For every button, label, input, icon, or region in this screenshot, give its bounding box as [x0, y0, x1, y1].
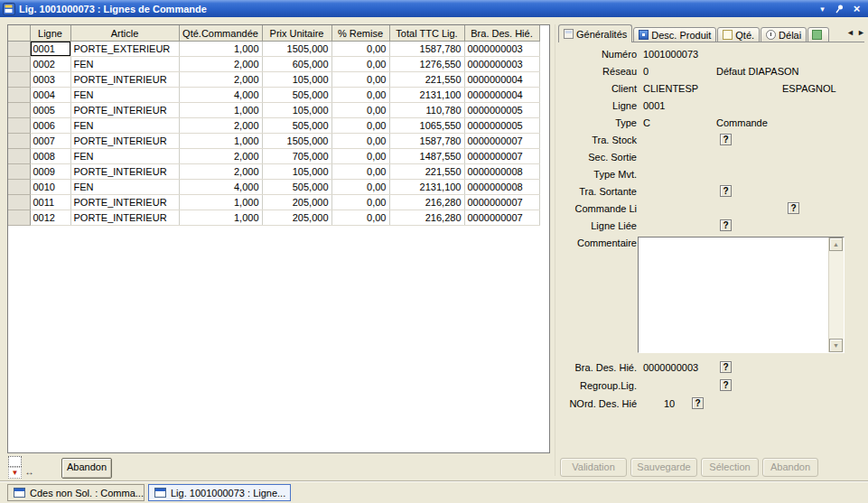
table-cell[interactable]: 0000000008 [464, 180, 539, 195]
validation-button[interactable]: Validation [560, 458, 627, 477]
row-selector[interactable] [8, 164, 30, 180]
table-cell[interactable]: PORTE_INTERIEUR [70, 134, 179, 149]
sauvegarde-button[interactable]: Sauvegarde [630, 458, 697, 477]
table-cell[interactable]: 1,000 [179, 42, 262, 57]
commande-li-help-button[interactable]: ? [788, 202, 799, 214]
row-selector[interactable] [8, 72, 30, 88]
selection-button[interactable]: Sélection [701, 458, 759, 477]
table-cell[interactable]: 2,000 [179, 118, 262, 134]
bra-des-hie-help-button[interactable]: ? [720, 361, 732, 373]
table-cell[interactable]: 0000000005 [464, 103, 539, 118]
table-cell[interactable]: 1276,550 [389, 57, 464, 72]
table-cell[interactable]: 505,000 [262, 88, 331, 103]
table-cell[interactable]: PORTE_INTERIEUR [70, 164, 179, 180]
table-cell[interactable]: 4,000 [179, 180, 262, 195]
table-cell[interactable]: 1587,780 [389, 42, 464, 57]
table-cell[interactable]: 221,550 [389, 164, 464, 180]
table-cell[interactable]: 205,000 [262, 210, 331, 226]
table-row[interactable]: 0012PORTE_INTERIEUR1,000205,0000,00216,2… [8, 210, 539, 226]
abandon-button-right[interactable]: Abandon [762, 458, 818, 477]
table-cell[interactable]: 105,000 [262, 72, 331, 88]
table-cell[interactable]: 0,00 [331, 118, 389, 134]
table-cell[interactable]: 2,000 [179, 164, 262, 180]
tab-qte[interactable]: Qté. [717, 27, 760, 42]
table-cell[interactable]: 0000000007 [464, 134, 539, 149]
row-selector[interactable] [8, 134, 30, 149]
row-selector[interactable] [8, 57, 30, 72]
selection-marquee-icon[interactable] [8, 456, 22, 467]
table-cell[interactable]: 1505,000 [262, 134, 331, 149]
table-cell[interactable]: 2,000 [179, 149, 262, 164]
tab-delai[interactable]: Délai [761, 27, 807, 42]
table-cell[interactable]: 0000000003 [464, 57, 539, 72]
table-row[interactable]: 0008FEN2,000705,0000,001487,550000000000… [8, 149, 539, 164]
table-cell[interactable]: 0,00 [331, 210, 389, 226]
table-cell[interactable]: 0012 [30, 210, 70, 226]
resize-horizontal-icon[interactable]: ↔ [23, 467, 36, 477]
nord-des-hie-help-button[interactable]: ? [692, 397, 704, 409]
table-cell[interactable]: 0000000007 [464, 149, 539, 164]
table-cell[interactable]: 0000000004 [464, 72, 539, 88]
column-header-ligne[interactable]: Ligne [30, 25, 70, 42]
column-header-bra-des-hie[interactable]: Bra. Des. Hié. [464, 25, 539, 42]
table-cell[interactable]: 0006 [30, 118, 70, 134]
row-selector[interactable] [8, 88, 30, 103]
table-row[interactable]: 0011PORTE_INTERIEUR1,000205,0000,00216,2… [8, 195, 539, 210]
table-cell[interactable]: 1505,000 [262, 42, 331, 57]
table-row[interactable]: 0004FEN4,000505,0000,002131,100000000000… [8, 88, 539, 103]
table-cell[interactable]: 0009 [30, 164, 70, 180]
table-cell[interactable]: 2,000 [179, 57, 262, 72]
regroup-lig-help-button[interactable]: ? [720, 379, 732, 391]
tab-generalites[interactable]: Généralités [558, 24, 632, 42]
table-row[interactable]: 0002FEN2,000605,0000,001276,550000000000… [8, 57, 539, 72]
table-cell[interactable]: FEN [70, 118, 179, 134]
table-cell[interactable]: FEN [70, 57, 179, 72]
scroll-up-icon[interactable]: ▲ [829, 238, 843, 251]
table-cell[interactable]: 2,000 [179, 72, 262, 88]
commentaire-textarea[interactable]: ▲ ▼ [638, 237, 845, 353]
table-cell[interactable]: 0,00 [331, 42, 389, 57]
tab-scroll-left-button[interactable]: ◄ [846, 28, 854, 37]
column-header-qte-commandee[interactable]: Qté.Commandée [179, 25, 262, 42]
table-cell[interactable]: 0,00 [331, 195, 389, 210]
table-cell[interactable]: PORTE_INTERIEUR [70, 195, 179, 210]
table-cell[interactable]: 2131,100 [389, 180, 464, 195]
table-cell[interactable]: 0,00 [331, 103, 389, 118]
row-selector[interactable] [8, 195, 30, 210]
table-row[interactable]: 0001PORTE_EXTERIEUR1,0001505,0000,001587… [8, 42, 539, 57]
table-row[interactable]: 0009PORTE_INTERIEUR2,000105,0000,00221,5… [8, 164, 539, 180]
window-menu-arrow-icon[interactable]: ▾ [816, 3, 829, 15]
row-selector[interactable] [8, 180, 30, 195]
table-cell[interactable]: 0,00 [331, 149, 389, 164]
table-cell[interactable]: 0001 [30, 42, 70, 57]
abandon-button-left[interactable]: Abandon [61, 458, 112, 479]
table-cell[interactable]: 1587,780 [389, 134, 464, 149]
table-cell[interactable]: 0008 [30, 149, 70, 164]
table-cell[interactable]: 0007 [30, 134, 70, 149]
tab-desc-produit[interactable]: Desc. Produit [633, 27, 716, 42]
red-arrow-down-icon[interactable]: ▼ [8, 467, 22, 479]
table-cell[interactable]: 1,000 [179, 195, 262, 210]
table-row[interactable]: 0010FEN4,000505,0000,002131,100000000000… [8, 180, 539, 195]
tab-more[interactable] [807, 27, 829, 42]
table-cell[interactable]: 0000000005 [464, 118, 539, 134]
table-cell[interactable]: 0004 [30, 88, 70, 103]
column-header-remise[interactable]: % Remise [331, 25, 389, 42]
table-cell[interactable]: 216,280 [389, 210, 464, 226]
table-row[interactable]: 0003PORTE_INTERIEUR2,000105,0000,00221,5… [8, 72, 539, 88]
table-cell[interactable]: PORTE_EXTERIEUR [70, 42, 179, 57]
column-header-total-ttc[interactable]: Total TTC Lig. [389, 25, 464, 42]
table-cell[interactable]: 1,000 [179, 210, 262, 226]
table-cell[interactable]: 0000000008 [464, 164, 539, 180]
tra-sortante-help-button[interactable]: ? [720, 185, 732, 197]
column-header-prix-unitaire[interactable]: Prix Unitaire [262, 25, 331, 42]
table-cell[interactable]: 0003 [30, 72, 70, 88]
row-selector[interactable] [8, 103, 30, 118]
table-row[interactable]: 0005PORTE_INTERIEUR1,000105,0000,00110,7… [8, 103, 539, 118]
table-cell[interactable]: 205,000 [262, 195, 331, 210]
taskbar-tab-lig-1001000073[interactable]: Lig. 1001000073 : Ligne... [148, 484, 291, 501]
table-cell[interactable]: 1,000 [179, 103, 262, 118]
table-cell[interactable]: 1,000 [179, 134, 262, 149]
row-selector[interactable] [8, 210, 30, 226]
table-cell[interactable]: FEN [70, 180, 179, 195]
